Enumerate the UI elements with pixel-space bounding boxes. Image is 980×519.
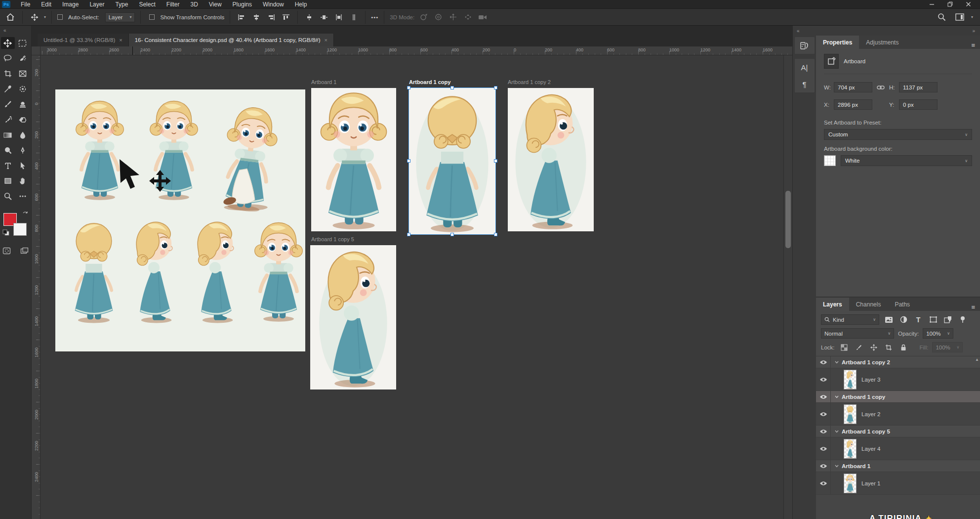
scrollbar-thumb[interactable] bbox=[785, 191, 791, 248]
lock-transparent-pixels-icon[interactable] bbox=[839, 343, 850, 352]
more-tools-icon[interactable] bbox=[16, 190, 30, 202]
document-tab-character-design[interactable]: 16- Consistent Character design.psd @ 40… bbox=[129, 34, 334, 46]
layer-row-artboard[interactable]: Artboard 1 copy 2 bbox=[816, 356, 980, 368]
hand-tool[interactable] bbox=[16, 175, 30, 187]
menu-layer[interactable]: Layer bbox=[84, 1, 110, 8]
chevron-expand-icon[interactable] bbox=[835, 361, 839, 364]
chevron-expand-icon[interactable] bbox=[835, 465, 839, 468]
dock-collapse-icon[interactable]: « bbox=[793, 26, 800, 37]
layer-thumbnail[interactable] bbox=[844, 439, 857, 459]
link-dimensions-icon[interactable] bbox=[872, 85, 889, 90]
canvas-pasteboard[interactable]: Artboard 1 Artboard 1 copy bbox=[41, 55, 783, 519]
menu-select[interactable]: Select bbox=[133, 1, 161, 8]
toolbox-collapse-icon[interactable]: « bbox=[0, 26, 31, 37]
vertical-ruler[interactable]: 2000200400600800100012001400160018002000… bbox=[32, 55, 41, 519]
search-icon[interactable] bbox=[936, 11, 948, 24]
auto-select-target-dropdown[interactable]: Layer▾ bbox=[105, 12, 135, 22]
transform-handle-e[interactable] bbox=[494, 159, 497, 163]
menu-plugins[interactable]: Plugins bbox=[227, 1, 257, 8]
blend-mode-dropdown[interactable]: Normal ∨ bbox=[821, 328, 894, 339]
close-icon[interactable] bbox=[966, 1, 971, 7]
3d-roll-icon[interactable] bbox=[432, 11, 444, 23]
type-tool[interactable] bbox=[1, 160, 15, 172]
visibility-eye-icon[interactable] bbox=[816, 403, 831, 425]
preset-chevron-icon[interactable]: ▾ bbox=[44, 15, 46, 19]
menu-3d[interactable]: 3D bbox=[185, 1, 203, 8]
tab-channels[interactable]: Channels bbox=[849, 298, 888, 311]
eyedropper-tool[interactable] bbox=[1, 83, 15, 95]
rectangle-tool[interactable] bbox=[1, 175, 15, 187]
eraser-tool[interactable] bbox=[16, 114, 30, 126]
quick-selection-tool[interactable] bbox=[16, 52, 30, 64]
x-field[interactable]: 2896 px bbox=[834, 99, 872, 110]
tab-adjustments[interactable]: Adjustments bbox=[859, 36, 905, 49]
filter-shape-layers-icon[interactable] bbox=[928, 315, 939, 325]
brush-tool[interactable] bbox=[1, 98, 15, 110]
visibility-eye-icon[interactable] bbox=[816, 472, 831, 494]
layer-thumbnail[interactable] bbox=[844, 370, 857, 389]
canvas-vertical-scrollbar[interactable] bbox=[783, 55, 792, 519]
transform-handle-se[interactable] bbox=[494, 233, 497, 236]
artboard-1-copy-5[interactable] bbox=[310, 245, 396, 389]
transform-handle-sw[interactable] bbox=[407, 233, 410, 236]
path-selection-tool[interactable] bbox=[16, 160, 30, 172]
lock-position-icon[interactable] bbox=[868, 343, 879, 352]
menu-view[interactable]: View bbox=[204, 1, 227, 8]
layer-thumbnail[interactable] bbox=[844, 474, 857, 493]
show-transform-checkbox[interactable] bbox=[149, 14, 155, 20]
dodge-tool[interactable] bbox=[1, 144, 15, 156]
move-tool-preset-icon[interactable] bbox=[28, 11, 41, 24]
more-options-icon[interactable]: ••• bbox=[371, 14, 378, 20]
y-field[interactable]: 0 px bbox=[899, 99, 938, 110]
filter-smart-objects-icon[interactable] bbox=[942, 315, 953, 325]
reference-image-layer[interactable] bbox=[55, 89, 305, 351]
menu-edit[interactable]: Edit bbox=[36, 1, 57, 8]
3d-pan-icon[interactable] bbox=[447, 11, 459, 23]
swap-colors-icon[interactable] bbox=[22, 210, 28, 219]
width-field[interactable]: 704 px bbox=[834, 82, 872, 92]
height-field[interactable]: 1137 px bbox=[899, 82, 938, 92]
rectangular-marquee-tool[interactable] bbox=[16, 37, 30, 49]
lock-image-pixels-icon[interactable] bbox=[854, 343, 864, 352]
visibility-eye-icon[interactable] bbox=[816, 437, 831, 460]
artboard-label-1[interactable]: Artboard 1 bbox=[311, 79, 336, 85]
opacity-field[interactable]: 100% ∨ bbox=[923, 328, 953, 339]
artboard-1-copy-2[interactable] bbox=[508, 88, 594, 231]
background-color-swatch[interactable] bbox=[13, 223, 27, 236]
document-tab-untitled[interactable]: Untitled-1 @ 33.3% (RGB/8) × bbox=[38, 34, 129, 46]
menu-image[interactable]: Image bbox=[57, 1, 84, 8]
tab-layers[interactable]: Layers bbox=[816, 298, 849, 311]
align-left-edges-icon[interactable] bbox=[236, 11, 247, 23]
swatches-panel-icon[interactable] bbox=[794, 37, 815, 54]
restore-icon[interactable] bbox=[947, 1, 953, 7]
transform-handle-nw[interactable] bbox=[407, 86, 410, 89]
visibility-eye-icon[interactable] bbox=[816, 368, 831, 390]
spot-healing-brush-tool[interactable] bbox=[16, 83, 30, 95]
filter-pin-icon[interactable] bbox=[957, 315, 968, 325]
filter-pixel-layers-icon[interactable] bbox=[883, 315, 894, 325]
layer-filter-dropdown[interactable]: Kind ∨ bbox=[821, 314, 879, 325]
distribute-left-edges-icon[interactable] bbox=[333, 11, 345, 23]
blur-tool[interactable] bbox=[16, 129, 30, 141]
tab-close-icon[interactable]: × bbox=[325, 37, 327, 43]
menu-window[interactable]: Window bbox=[257, 1, 289, 8]
artboard-1-copy[interactable] bbox=[409, 88, 495, 234]
lasso-tool[interactable] bbox=[1, 52, 15, 64]
tab-paths[interactable]: Paths bbox=[888, 298, 917, 311]
chevron-expand-icon[interactable] bbox=[835, 430, 839, 433]
tab-properties[interactable]: Properties bbox=[816, 36, 859, 49]
pen-tool[interactable] bbox=[16, 144, 30, 156]
artboard-label-1-copy[interactable]: Artboard 1 copy bbox=[409, 79, 450, 85]
workspace-chevron-icon[interactable]: ▾ bbox=[971, 15, 973, 19]
ruler-origin-corner[interactable] bbox=[32, 46, 41, 55]
visibility-eye-icon[interactable] bbox=[816, 460, 831, 472]
crop-tool[interactable] bbox=[1, 68, 15, 80]
artboard-label-1-copy-5[interactable]: Artboard 1 copy 5 bbox=[311, 236, 354, 242]
artboard-bg-swatch[interactable] bbox=[824, 155, 836, 166]
preset-dropdown[interactable]: Custom∨ bbox=[824, 129, 972, 140]
layer-row-artboard[interactable]: Artboard 1 copy 5 bbox=[816, 426, 980, 437]
3d-slide-icon[interactable] bbox=[462, 11, 474, 23]
lock-artboard-nesting-icon[interactable] bbox=[883, 343, 894, 352]
transform-handle-ne[interactable] bbox=[494, 86, 497, 89]
artboard-label-1-copy-2[interactable]: Artboard 1 copy 2 bbox=[508, 79, 551, 85]
